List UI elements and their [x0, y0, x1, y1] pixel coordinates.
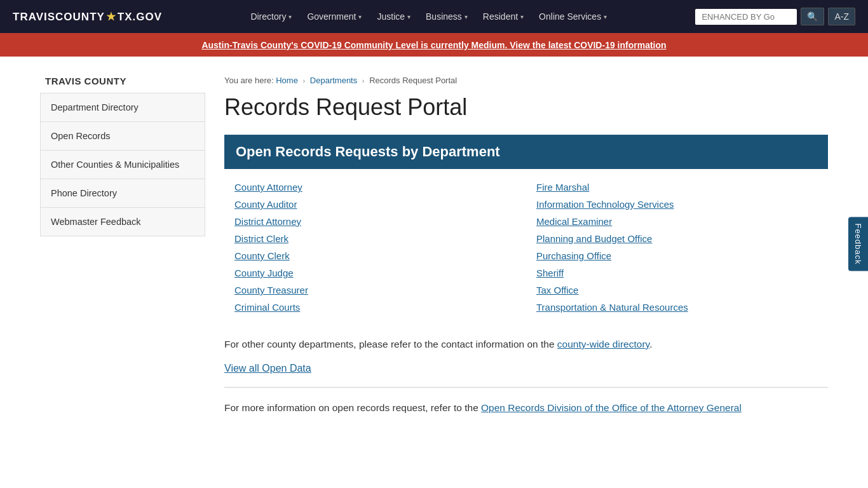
- list-item: District Attorney: [234, 216, 520, 227]
- county-directory-link[interactable]: county-wide directory: [557, 339, 649, 349]
- dept-link-county-treasurer[interactable]: County Treasurer: [234, 285, 308, 295]
- nav-right-controls: 🔍 A-Z: [695, 8, 855, 25]
- search-button[interactable]: 🔍: [801, 8, 824, 25]
- dept-link-criminal-courts[interactable]: Criminal Courts: [234, 302, 300, 313]
- list-item: Medical Examiner: [536, 216, 822, 227]
- sidebar-item-department-directory[interactable]: Department Directory: [41, 93, 205, 122]
- sidebar-link-webmaster-feedback[interactable]: Webmaster Feedback: [41, 208, 205, 236]
- section-divider: [224, 387, 828, 388]
- sidebar-link-other-counties[interactable]: Other Counties & Municipalities: [41, 151, 205, 179]
- sidebar-menu: Department Directory Open Records Other …: [40, 93, 205, 236]
- nav-directory[interactable]: Directory ▾: [244, 8, 298, 25]
- page-title: Records Request Portal: [224, 94, 828, 121]
- dept-link-county-clerk[interactable]: County Clerk: [234, 250, 290, 261]
- department-list-right: Fire Marshal Information Technology Serv…: [536, 182, 822, 313]
- list-item: District Clerk: [234, 233, 520, 244]
- list-item: County Clerk: [234, 250, 520, 261]
- dept-link-transportation[interactable]: Transportation & Natural Resources: [536, 302, 688, 313]
- nav-menu: Directory ▾ Government ▾ Justice ▾ Busin…: [244, 8, 613, 25]
- logo-gov: .GOV: [133, 11, 163, 23]
- breadcrumb-current: Records Request Portal: [369, 76, 457, 85]
- info-para1-before: For other county departments, please ref…: [224, 339, 557, 349]
- department-col-left: County Attorney County Auditor District …: [224, 182, 526, 319]
- dept-link-county-attorney[interactable]: County Attorney: [234, 182, 302, 193]
- dept-link-county-judge[interactable]: County Judge: [234, 268, 294, 278]
- chevron-down-icon: ▾: [604, 13, 607, 20]
- nav-justice[interactable]: Justice ▾: [370, 8, 417, 25]
- top-navigation: TRAVISCOUNTY★TX.GOV Directory ▾ Governme…: [0, 0, 868, 33]
- breadcrumb-departments[interactable]: Departments: [310, 76, 357, 85]
- view-all-open-data-link[interactable]: View all Open Data: [224, 363, 828, 374]
- info-para2-before: For more information on open records req…: [224, 402, 481, 413]
- sidebar-title: TRAVIS COUNTY: [40, 76, 205, 93]
- list-item: County Attorney: [234, 182, 520, 193]
- chevron-down-icon: ▾: [465, 13, 468, 20]
- chevron-down-icon: ▾: [358, 13, 362, 20]
- list-item: Sheriff: [536, 268, 822, 278]
- nav-government[interactable]: Government ▾: [301, 8, 368, 25]
- alert-link[interactable]: Austin-Travis County's COVID-19 Communit…: [201, 40, 666, 50]
- dept-link-county-auditor[interactable]: County Auditor: [234, 199, 297, 210]
- sidebar-item-other-counties[interactable]: Other Counties & Municipalities: [41, 151, 205, 179]
- list-item: County Judge: [234, 268, 520, 278]
- section-header: Open Records Requests by Department: [224, 135, 828, 169]
- breadcrumb-home[interactable]: Home: [276, 76, 298, 85]
- sidebar-link-open-records[interactable]: Open Records: [41, 122, 205, 150]
- department-columns: County Attorney County Auditor District …: [224, 182, 828, 319]
- breadcrumb: You are here: Home › Departments › Recor…: [224, 76, 828, 85]
- breadcrumb-prefix: You are here:: [224, 76, 276, 85]
- dept-link-district-clerk[interactable]: District Clerk: [234, 233, 288, 244]
- list-item: County Auditor: [234, 199, 520, 210]
- sidebar-link-phone-directory[interactable]: Phone Directory: [41, 179, 205, 207]
- chevron-down-icon: ▾: [407, 13, 410, 20]
- logo-tx: TX: [118, 11, 133, 23]
- list-item: County Treasurer: [234, 285, 520, 295]
- dept-link-its[interactable]: Information Technology Services: [536, 199, 674, 210]
- nav-business[interactable]: Business ▾: [419, 8, 474, 25]
- dept-link-district-attorney[interactable]: District Attorney: [234, 216, 301, 227]
- feedback-label: Feedback: [853, 223, 863, 264]
- nav-resident[interactable]: Resident ▾: [477, 8, 530, 25]
- department-col-right: Fire Marshal Information Technology Serv…: [526, 182, 828, 319]
- logo-travis: TRAVIS: [13, 11, 55, 23]
- alert-banner: Austin-Travis County's COVID-19 Communit…: [0, 33, 868, 57]
- accessibility-button[interactable]: A-Z: [828, 8, 855, 25]
- attorney-general-link[interactable]: Open Records Division of the Office of t…: [481, 402, 742, 413]
- logo-star: ★: [106, 11, 116, 23]
- dept-link-purchasing[interactable]: Purchasing Office: [536, 250, 611, 261]
- list-item: Planning and Budget Office: [536, 233, 822, 244]
- info-paragraph-1: For other county departments, please ref…: [224, 337, 828, 353]
- sidebar-item-open-records[interactable]: Open Records: [41, 122, 205, 151]
- breadcrumb-sep-2: ›: [362, 77, 365, 85]
- dept-link-tax-office[interactable]: Tax Office: [536, 285, 578, 295]
- list-item: Information Technology Services: [536, 199, 822, 210]
- chevron-down-icon: ▾: [520, 13, 524, 20]
- search-input[interactable]: [695, 9, 797, 25]
- chevron-down-icon: ▾: [288, 13, 292, 20]
- breadcrumb-sep-1: ›: [303, 77, 306, 85]
- department-list-left: County Attorney County Auditor District …: [234, 182, 520, 313]
- page-wrapper: TRAVIS COUNTY Department Directory Open …: [27, 57, 841, 452]
- list-item: Criminal Courts: [234, 302, 520, 313]
- info-para1-after: .: [649, 339, 652, 349]
- list-item: Tax Office: [536, 285, 822, 295]
- list-item: Transportation & Natural Resources: [536, 302, 822, 313]
- sidebar-item-phone-directory[interactable]: Phone Directory: [41, 179, 205, 208]
- info-paragraph-2: For more information on open records req…: [224, 400, 828, 416]
- sidebar: TRAVIS COUNTY Department Directory Open …: [40, 76, 205, 426]
- dept-link-planning-budget[interactable]: Planning and Budget Office: [536, 233, 652, 244]
- nav-online-services[interactable]: Online Services ▾: [532, 8, 613, 25]
- logo-county: COUNTY: [55, 11, 105, 23]
- dept-link-sheriff[interactable]: Sheriff: [536, 268, 564, 278]
- site-logo[interactable]: TRAVISCOUNTY★TX.GOV: [13, 10, 162, 24]
- list-item: Purchasing Office: [536, 250, 822, 261]
- list-item: Fire Marshal: [536, 182, 822, 193]
- dept-link-medical-examiner[interactable]: Medical Examiner: [536, 216, 612, 227]
- dept-link-fire-marshal[interactable]: Fire Marshal: [536, 182, 589, 193]
- feedback-tab[interactable]: Feedback: [848, 217, 868, 271]
- main-content: You are here: Home › Departments › Recor…: [224, 76, 828, 426]
- sidebar-item-webmaster-feedback[interactable]: Webmaster Feedback: [41, 208, 205, 236]
- sidebar-link-department-directory[interactable]: Department Directory: [41, 93, 205, 121]
